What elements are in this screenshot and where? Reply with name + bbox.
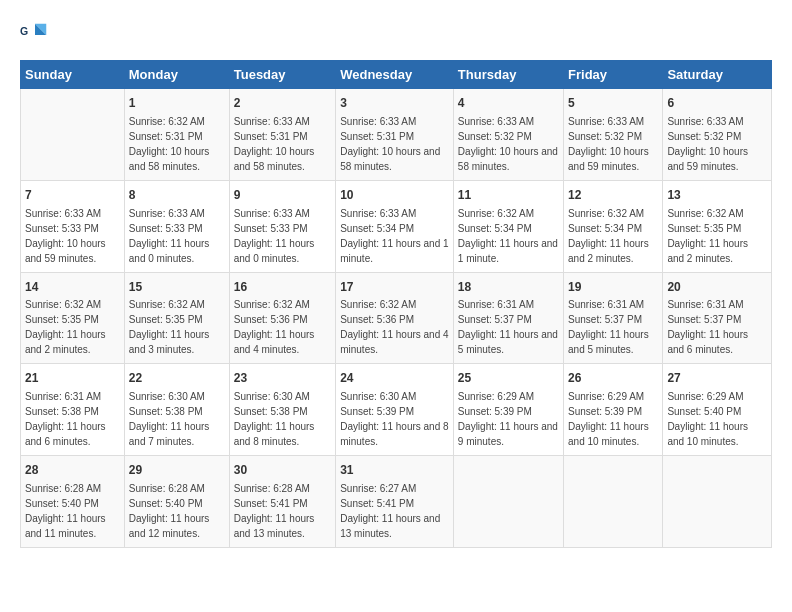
daylight-info: Daylight: 10 hours and 59 minutes.: [667, 146, 748, 172]
sunrise-info: Sunrise: 6:32 AM: [340, 299, 416, 310]
calendar-cell: [564, 456, 663, 548]
sunset-info: Sunset: 5:40 PM: [129, 498, 203, 509]
day-number: 16: [234, 279, 331, 296]
sunrise-info: Sunrise: 6:30 AM: [129, 391, 205, 402]
daylight-info: Daylight: 11 hours and 8 minutes.: [234, 421, 315, 447]
day-number: 2: [234, 95, 331, 112]
sunrise-info: Sunrise: 6:29 AM: [667, 391, 743, 402]
sunrise-info: Sunrise: 6:33 AM: [340, 208, 416, 219]
daylight-info: Daylight: 10 hours and 59 minutes.: [25, 238, 106, 264]
daylight-info: Daylight: 10 hours and 58 minutes.: [129, 146, 210, 172]
calendar-cell: 6Sunrise: 6:33 AMSunset: 5:32 PMDaylight…: [663, 89, 772, 181]
sunrise-info: Sunrise: 6:29 AM: [458, 391, 534, 402]
calendar-cell: 11Sunrise: 6:32 AMSunset: 5:34 PMDayligh…: [453, 180, 563, 272]
weekday-header: Wednesday: [336, 61, 454, 89]
sunset-info: Sunset: 5:36 PM: [234, 314, 308, 325]
daylight-info: Daylight: 11 hours and 12 minutes.: [129, 513, 210, 539]
calendar-cell: 12Sunrise: 6:32 AMSunset: 5:34 PMDayligh…: [564, 180, 663, 272]
calendar-cell: 13Sunrise: 6:32 AMSunset: 5:35 PMDayligh…: [663, 180, 772, 272]
sunrise-info: Sunrise: 6:31 AM: [458, 299, 534, 310]
day-number: 12: [568, 187, 658, 204]
daylight-info: Daylight: 11 hours and 3 minutes.: [129, 329, 210, 355]
day-number: 1: [129, 95, 225, 112]
calendar-cell: 4Sunrise: 6:33 AMSunset: 5:32 PMDaylight…: [453, 89, 563, 181]
header-row: SundayMondayTuesdayWednesdayThursdayFrid…: [21, 61, 772, 89]
calendar-cell: 17Sunrise: 6:32 AMSunset: 5:36 PMDayligh…: [336, 272, 454, 364]
sunset-info: Sunset: 5:31 PM: [340, 131, 414, 142]
day-number: 30: [234, 462, 331, 479]
day-number: 11: [458, 187, 559, 204]
daylight-info: Daylight: 11 hours and 0 minutes.: [129, 238, 210, 264]
calendar-cell: 31Sunrise: 6:27 AMSunset: 5:41 PMDayligh…: [336, 456, 454, 548]
sunset-info: Sunset: 5:31 PM: [129, 131, 203, 142]
daylight-info: Daylight: 11 hours and 2 minutes.: [568, 238, 649, 264]
daylight-info: Daylight: 11 hours and 13 minutes.: [340, 513, 440, 539]
day-number: 7: [25, 187, 120, 204]
daylight-info: Daylight: 11 hours and 11 minutes.: [25, 513, 106, 539]
logo-icon: G: [20, 20, 50, 50]
day-number: 15: [129, 279, 225, 296]
calendar-cell: [453, 456, 563, 548]
calendar-body: 1Sunrise: 6:32 AMSunset: 5:31 PMDaylight…: [21, 89, 772, 548]
sunset-info: Sunset: 5:35 PM: [25, 314, 99, 325]
daylight-info: Daylight: 10 hours and 58 minutes.: [340, 146, 440, 172]
logo: G: [20, 20, 54, 50]
calendar-cell: 24Sunrise: 6:30 AMSunset: 5:39 PMDayligh…: [336, 364, 454, 456]
sunrise-info: Sunrise: 6:28 AM: [129, 483, 205, 494]
calendar-week-row: 14Sunrise: 6:32 AMSunset: 5:35 PMDayligh…: [21, 272, 772, 364]
calendar-cell: [21, 89, 125, 181]
sunset-info: Sunset: 5:37 PM: [568, 314, 642, 325]
day-number: 25: [458, 370, 559, 387]
day-number: 24: [340, 370, 449, 387]
weekday-header: Tuesday: [229, 61, 335, 89]
calendar-cell: 23Sunrise: 6:30 AMSunset: 5:38 PMDayligh…: [229, 364, 335, 456]
sunset-info: Sunset: 5:31 PM: [234, 131, 308, 142]
daylight-info: Daylight: 11 hours and 0 minutes.: [234, 238, 315, 264]
sunrise-info: Sunrise: 6:32 AM: [667, 208, 743, 219]
sunrise-info: Sunrise: 6:28 AM: [25, 483, 101, 494]
weekday-header: Monday: [124, 61, 229, 89]
sunrise-info: Sunrise: 6:30 AM: [234, 391, 310, 402]
daylight-info: Daylight: 11 hours and 10 minutes.: [568, 421, 649, 447]
sunset-info: Sunset: 5:35 PM: [129, 314, 203, 325]
day-number: 8: [129, 187, 225, 204]
calendar-cell: 2Sunrise: 6:33 AMSunset: 5:31 PMDaylight…: [229, 89, 335, 181]
sunset-info: Sunset: 5:40 PM: [25, 498, 99, 509]
calendar-cell: 29Sunrise: 6:28 AMSunset: 5:40 PMDayligh…: [124, 456, 229, 548]
day-number: 4: [458, 95, 559, 112]
sunset-info: Sunset: 5:41 PM: [234, 498, 308, 509]
sunset-info: Sunset: 5:40 PM: [667, 406, 741, 417]
daylight-info: Daylight: 11 hours and 13 minutes.: [234, 513, 315, 539]
sunrise-info: Sunrise: 6:33 AM: [234, 116, 310, 127]
calendar-cell: 1Sunrise: 6:32 AMSunset: 5:31 PMDaylight…: [124, 89, 229, 181]
daylight-info: Daylight: 11 hours and 6 minutes.: [25, 421, 106, 447]
calendar-cell: 9Sunrise: 6:33 AMSunset: 5:33 PMDaylight…: [229, 180, 335, 272]
weekday-header: Sunday: [21, 61, 125, 89]
sunrise-info: Sunrise: 6:28 AM: [234, 483, 310, 494]
daylight-info: Daylight: 10 hours and 58 minutes.: [234, 146, 315, 172]
day-number: 19: [568, 279, 658, 296]
day-number: 14: [25, 279, 120, 296]
calendar-week-row: 7Sunrise: 6:33 AMSunset: 5:33 PMDaylight…: [21, 180, 772, 272]
sunrise-info: Sunrise: 6:33 AM: [25, 208, 101, 219]
day-number: 21: [25, 370, 120, 387]
svg-text:G: G: [20, 25, 28, 37]
weekday-header: Saturday: [663, 61, 772, 89]
sunrise-info: Sunrise: 6:27 AM: [340, 483, 416, 494]
calendar-cell: 21Sunrise: 6:31 AMSunset: 5:38 PMDayligh…: [21, 364, 125, 456]
sunrise-info: Sunrise: 6:32 AM: [129, 116, 205, 127]
calendar-week-row: 28Sunrise: 6:28 AMSunset: 5:40 PMDayligh…: [21, 456, 772, 548]
sunrise-info: Sunrise: 6:33 AM: [340, 116, 416, 127]
day-number: 20: [667, 279, 767, 296]
calendar-cell: 20Sunrise: 6:31 AMSunset: 5:37 PMDayligh…: [663, 272, 772, 364]
sunset-info: Sunset: 5:36 PM: [340, 314, 414, 325]
sunset-info: Sunset: 5:33 PM: [234, 223, 308, 234]
daylight-info: Daylight: 10 hours and 58 minutes.: [458, 146, 558, 172]
sunset-info: Sunset: 5:39 PM: [340, 406, 414, 417]
sunrise-info: Sunrise: 6:31 AM: [25, 391, 101, 402]
day-number: 17: [340, 279, 449, 296]
sunset-info: Sunset: 5:32 PM: [568, 131, 642, 142]
calendar-week-row: 1Sunrise: 6:32 AMSunset: 5:31 PMDaylight…: [21, 89, 772, 181]
calendar-cell: 7Sunrise: 6:33 AMSunset: 5:33 PMDaylight…: [21, 180, 125, 272]
daylight-info: Daylight: 11 hours and 2 minutes.: [25, 329, 106, 355]
